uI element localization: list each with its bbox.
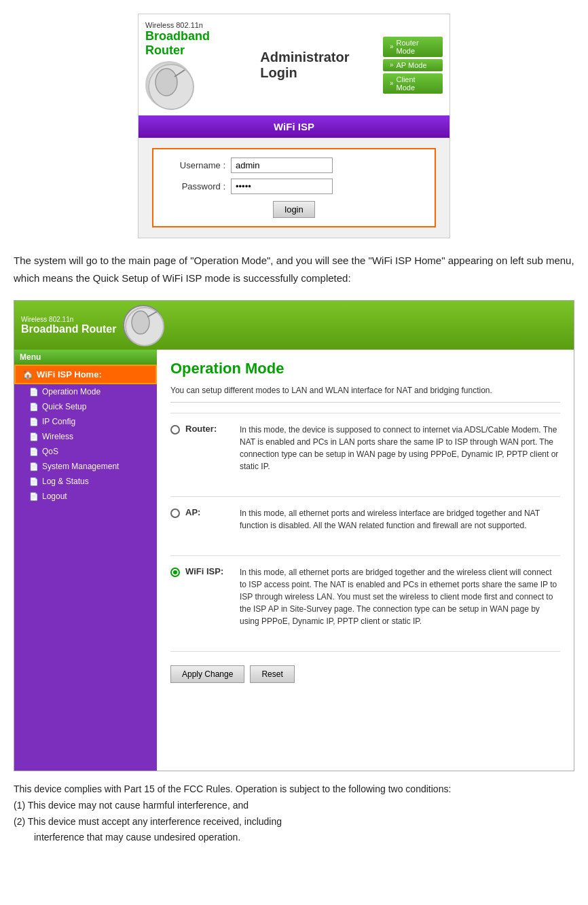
- divider-1: [170, 413, 560, 413]
- footer-text: This device complies with Part 15 of the…: [14, 781, 574, 846]
- login-form: Username : Password : login: [152, 148, 436, 227]
- router-modes: » Router Mode » AP Mode » Client Mode: [383, 37, 443, 94]
- footer-line3: (2) This device must accept any interfer…: [14, 816, 282, 827]
- apply-change-button[interactable]: Apply Change: [170, 665, 244, 683]
- username-row: Username :: [164, 158, 424, 173]
- reset-button[interactable]: Reset: [250, 665, 294, 683]
- sidebar-item-operation-mode[interactable]: 📄 Operation Mode: [14, 384, 157, 399]
- logout-label: Logout: [42, 492, 67, 501]
- client-mode-label: Client Mode: [397, 75, 436, 92]
- footer-line1: This device complies with Part 15 of the…: [14, 783, 451, 794]
- username-label: Username :: [164, 160, 225, 170]
- qos-label: QoS: [42, 447, 58, 456]
- wifiisp-radio[interactable]: [170, 568, 180, 577]
- router-ui-brand-main: Broadband Router: [21, 323, 116, 335]
- router-radio[interactable]: [170, 425, 180, 435]
- wifiisp-option-row: WiFi ISP: In this mode, all ethernet por…: [170, 566, 560, 638]
- username-input[interactable]: [231, 158, 333, 173]
- router-mode-item: » Router Mode: [383, 37, 443, 57]
- footer-line2: (1) This device may not cause harmful in…: [14, 800, 249, 811]
- ap-option-row: AP: In this mode, all ethernet ports and…: [170, 507, 560, 542]
- router-option-desc: In this mode, the device is supposed to …: [240, 424, 560, 473]
- qos-icon: 📄: [29, 447, 39, 456]
- logout-icon: 📄: [29, 492, 39, 501]
- sidebar-menu-label: Menu: [14, 350, 157, 365]
- wireless-label: Wireless: [42, 432, 73, 441]
- router-circle-logo: [145, 61, 193, 109]
- wireless-icon: 📄: [29, 432, 39, 441]
- ip-config-icon: 📄: [29, 418, 39, 426]
- wifi-isp-home-label: WiFi ISP Home:: [37, 369, 102, 380]
- brand-top: Wireless 802.11n: [145, 21, 203, 29]
- description-text: The system will go to the main page of "…: [14, 252, 574, 287]
- wifiisp-option-label: WiFi ISP:: [185, 566, 233, 576]
- password-input[interactable]: [231, 179, 333, 194]
- router-ui-circle: [123, 305, 164, 346]
- sidebar: Menu 🏠 WiFi ISP Home: 📄 Operation Mode 📄…: [14, 350, 157, 771]
- wifi-isp-home-icon: 🏠: [22, 369, 33, 380]
- ip-config-label: IP Config: [42, 417, 75, 426]
- sidebar-item-logout[interactable]: 📄 Logout: [14, 489, 157, 504]
- log-status-icon: 📄: [29, 477, 39, 486]
- divider-3: [170, 555, 560, 556]
- divider-4: [170, 651, 560, 652]
- login-form-area: Username : Password : login: [139, 138, 449, 238]
- svg-point-1: [155, 69, 177, 96]
- divider-2: [170, 496, 560, 497]
- page-title: Operation Mode: [170, 360, 560, 377]
- ap-option-label: AP:: [185, 507, 233, 517]
- sidebar-item-ip-config[interactable]: 📄 IP Config: [14, 414, 157, 429]
- main-description: You can setup different modes to LAN and…: [170, 386, 560, 403]
- log-status-label: Log & Status: [42, 477, 89, 486]
- router-option-row: Router: In this mode, the device is supp…: [170, 424, 560, 483]
- sidebar-item-quick-setup[interactable]: 📄 Quick Setup: [14, 399, 157, 414]
- router-mode-label: Router Mode: [397, 39, 436, 55]
- login-screenshot: Wireless 802.11n Broadband Router Admini…: [138, 14, 450, 238]
- router-header: Wireless 802.11n Broadband Router Admini…: [139, 14, 449, 115]
- ap-option-desc: In this mode, all ethernet ports and wir…: [240, 507, 560, 532]
- main-content: Operation Mode You can setup different m…: [157, 350, 574, 771]
- sidebar-item-system-management[interactable]: 📄 System Management: [14, 459, 157, 474]
- router-logo: Wireless 802.11n Broadband Router: [145, 21, 246, 109]
- wifiisp-option-desc: In this mode, all ethernet ports are bri…: [240, 566, 560, 627]
- quick-setup-icon: 📄: [29, 403, 39, 411]
- router-ui-header: Wireless 802.11n Broadband Router: [14, 301, 574, 350]
- router-ui-brand-top: Wireless 802.11n: [21, 316, 116, 323]
- client-mode-item: » Client Mode: [383, 73, 443, 94]
- quick-setup-label: Quick Setup: [42, 402, 86, 411]
- sidebar-item-wifi-isp-home[interactable]: 🏠 WiFi ISP Home:: [14, 365, 157, 384]
- ap-mode-label: AP Mode: [397, 61, 427, 69]
- wifi-isp-header: WiFi ISP: [139, 115, 449, 138]
- router-ui-screenshot: Wireless 802.11n Broadband Router Menu 🏠…: [14, 300, 574, 771]
- button-row: Apply Change Reset: [170, 665, 560, 683]
- system-mgmt-label: System Management: [42, 462, 119, 471]
- password-label: Password :: [164, 181, 225, 191]
- admin-login-title: Administrator Login: [260, 50, 383, 81]
- operation-mode-label: Operation Mode: [42, 387, 100, 396]
- login-button[interactable]: login: [273, 201, 314, 218]
- router-ui-brand: Wireless 802.11n Broadband Router: [21, 316, 116, 335]
- router-ui-body: Menu 🏠 WiFi ISP Home: 📄 Operation Mode 📄…: [14, 350, 574, 771]
- router-option-label: Router:: [185, 424, 233, 434]
- ap-mode-item: » AP Mode: [383, 59, 443, 71]
- footer-line4: interference that may cause undesired op…: [34, 832, 240, 843]
- operation-mode-icon: 📄: [29, 388, 39, 396]
- sidebar-item-wireless[interactable]: 📄 Wireless: [14, 429, 157, 444]
- brand-main: Broadband Router: [145, 29, 246, 58]
- login-btn-row: login: [164, 201, 424, 218]
- system-mgmt-icon: 📄: [29, 462, 39, 471]
- ap-radio[interactable]: [170, 509, 180, 518]
- password-row: Password :: [164, 179, 424, 194]
- svg-point-4: [132, 311, 149, 334]
- sidebar-item-log-status[interactable]: 📄 Log & Status: [14, 474, 157, 489]
- sidebar-item-qos[interactable]: 📄 QoS: [14, 444, 157, 459]
